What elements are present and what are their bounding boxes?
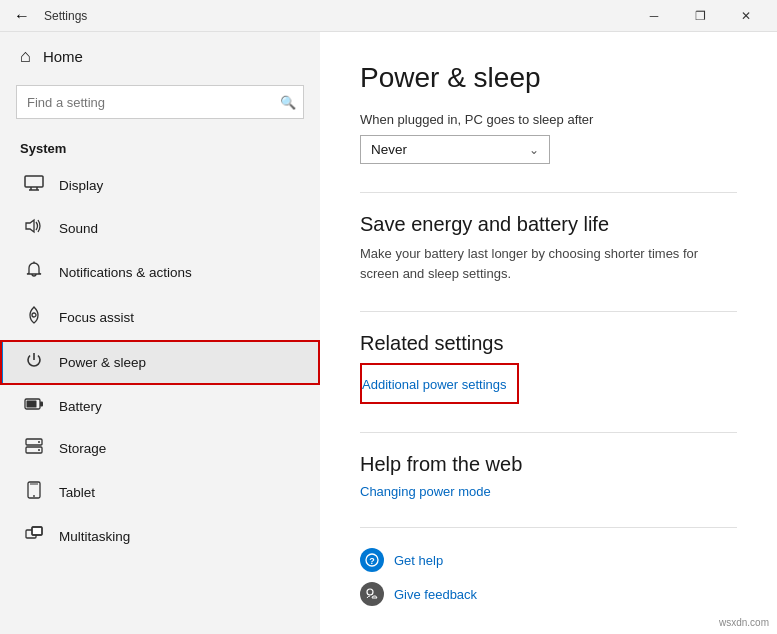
- sidebar-item-label: Multitasking: [59, 529, 130, 544]
- svg-marker-4: [26, 220, 34, 232]
- feedback-row: Give feedback: [360, 582, 737, 606]
- sidebar: ⌂ Home 🔍 System Display: [0, 32, 320, 634]
- sleep-section: When plugged in, PC goes to sleep after …: [360, 112, 737, 164]
- save-energy-desc: Make your battery last longer by choosin…: [360, 244, 737, 283]
- sidebar-item-label: Battery: [59, 399, 102, 414]
- give-feedback-link[interactable]: Give feedback: [394, 587, 477, 602]
- sidebar-item-notifications[interactable]: Notifications & actions: [0, 250, 320, 295]
- svg-point-12: [38, 441, 40, 443]
- power-icon: [23, 351, 45, 374]
- sidebar-section-label: System: [0, 135, 320, 164]
- close-button[interactable]: ✕: [723, 0, 769, 32]
- sleep-label: When plugged in, PC goes to sleep after: [360, 112, 737, 127]
- sidebar-item-storage[interactable]: Storage: [0, 427, 320, 470]
- sidebar-item-label: Sound: [59, 221, 98, 236]
- help-section: Help from the web Changing power mode: [360, 453, 737, 499]
- sidebar-item-label: Tablet: [59, 485, 95, 500]
- sidebar-item-label: Storage: [59, 441, 106, 456]
- search-icon: 🔍: [280, 95, 296, 110]
- help-links-section: ? Get help Give feedback: [360, 548, 737, 606]
- notifications-icon: [23, 261, 45, 284]
- sleep-dropdown[interactable]: Never ⌄: [360, 135, 550, 164]
- window-controls: ─ ❐ ✕: [631, 0, 769, 32]
- multitasking-icon: [23, 526, 45, 547]
- app-title: Settings: [44, 9, 87, 23]
- chevron-down-icon: ⌄: [529, 143, 539, 157]
- divider-3: [360, 432, 737, 433]
- svg-rect-18: [32, 527, 42, 535]
- battery-icon: [23, 396, 45, 416]
- feedback-icon: [360, 582, 384, 606]
- divider-1: [360, 192, 737, 193]
- sidebar-item-label: Display: [59, 178, 103, 193]
- sidebar-item-power[interactable]: Power & sleep: [0, 340, 320, 385]
- sidebar-item-focus[interactable]: Focus assist: [0, 295, 320, 340]
- sidebar-item-home[interactable]: ⌂ Home: [0, 32, 320, 81]
- related-settings-heading: Related settings: [360, 332, 737, 355]
- save-energy-heading: Save energy and battery life: [360, 213, 737, 236]
- sidebar-item-label: Focus assist: [59, 310, 134, 325]
- main-layout: ⌂ Home 🔍 System Display: [0, 32, 777, 634]
- titlebar: ← Settings ─ ❐ ✕: [0, 0, 777, 32]
- related-settings-box: Additional power settings: [360, 363, 519, 404]
- sidebar-item-sound[interactable]: Sound: [0, 207, 320, 250]
- storage-icon: [23, 438, 45, 459]
- sidebar-item-label: Power & sleep: [59, 355, 146, 370]
- changing-power-mode-link[interactable]: Changing power mode: [360, 484, 737, 499]
- page-title: Power & sleep: [360, 62, 737, 94]
- back-icon: ←: [14, 7, 30, 25]
- divider-4: [360, 527, 737, 528]
- sleep-value: Never: [371, 142, 407, 157]
- minimize-icon: ─: [650, 9, 659, 23]
- close-icon: ✕: [741, 9, 751, 23]
- svg-rect-8: [40, 402, 43, 407]
- restore-button[interactable]: ❐: [677, 0, 723, 32]
- search-input[interactable]: [16, 85, 304, 119]
- sidebar-item-multitasking[interactable]: Multitasking: [0, 515, 320, 558]
- additional-power-settings-link[interactable]: Additional power settings: [362, 377, 507, 392]
- get-help-icon: ?: [360, 548, 384, 572]
- sidebar-item-tablet[interactable]: Tablet: [0, 470, 320, 515]
- svg-point-22: [367, 589, 373, 595]
- svg-point-13: [38, 449, 40, 451]
- divider-2: [360, 311, 737, 312]
- display-icon: [23, 175, 45, 196]
- tablet-icon: [23, 481, 45, 504]
- home-label: Home: [43, 48, 83, 65]
- sidebar-item-battery[interactable]: Battery: [0, 385, 320, 427]
- svg-rect-0: [25, 176, 43, 187]
- svg-point-15: [33, 495, 35, 497]
- watermark: wsxdn.com: [719, 617, 769, 628]
- sidebar-item-label: Notifications & actions: [59, 265, 192, 280]
- related-settings-section: Related settings Additional power settin…: [360, 332, 737, 404]
- home-icon: ⌂: [20, 46, 31, 67]
- minimize-button[interactable]: ─: [631, 0, 677, 32]
- svg-point-6: [32, 313, 36, 317]
- help-heading: Help from the web: [360, 453, 737, 476]
- content-area: Power & sleep When plugged in, PC goes t…: [320, 32, 777, 634]
- back-button[interactable]: ←: [8, 2, 36, 30]
- sidebar-item-display[interactable]: Display: [0, 164, 320, 207]
- svg-text:?: ?: [369, 556, 375, 566]
- search-container: 🔍: [16, 85, 304, 119]
- get-help-link[interactable]: Get help: [394, 553, 443, 568]
- save-energy-section: Save energy and battery life Make your b…: [360, 213, 737, 283]
- get-help-row: ? Get help: [360, 548, 737, 572]
- restore-icon: ❐: [695, 9, 706, 23]
- sound-icon: [23, 218, 45, 239]
- svg-rect-9: [27, 401, 37, 408]
- focus-icon: [23, 306, 45, 329]
